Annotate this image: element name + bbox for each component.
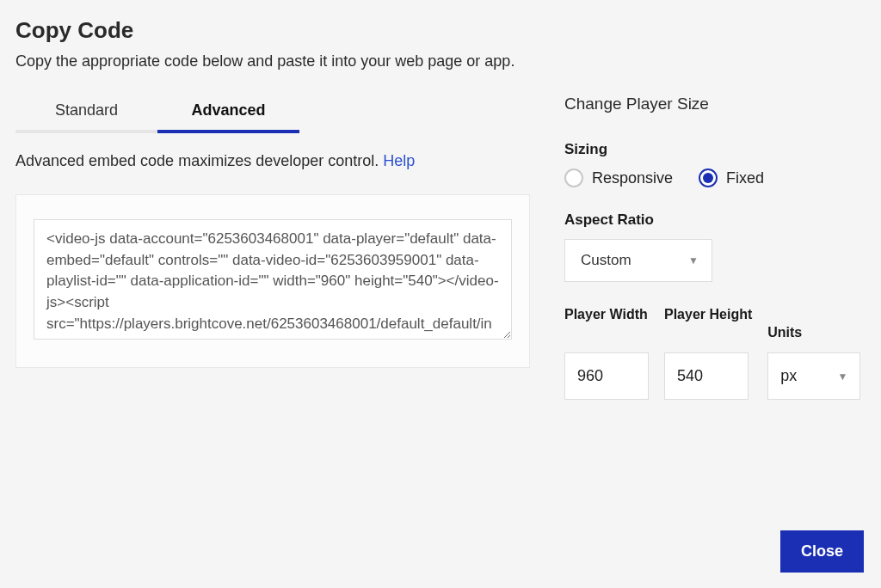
embed-code-textarea[interactable] — [34, 219, 512, 340]
radio-responsive-label: Responsive — [592, 169, 673, 187]
radio-dot-icon — [703, 173, 713, 183]
units-select[interactable]: px ▼ — [767, 352, 860, 400]
left-column: Standard Advanced Advanced embed code ma… — [15, 95, 530, 400]
radio-icon-checked — [699, 168, 718, 187]
radio-fixed-label: Fixed — [726, 169, 764, 187]
dimensions-row: Player Width Player Height Units px ▼ — [564, 306, 866, 400]
dialog-footer: Close — [780, 530, 864, 573]
dialog-title: Copy Code — [15, 17, 866, 44]
aspect-ratio-select[interactable]: Custom ▼ — [564, 239, 712, 282]
units-value: px — [780, 367, 797, 385]
tab-standard[interactable]: Standard — [15, 95, 157, 133]
description-text: Advanced embed code maximizes developer … — [15, 152, 383, 169]
tab-description: Advanced embed code maximizes developer … — [15, 152, 530, 170]
chevron-down-icon: ▼ — [837, 371, 847, 383]
sizing-label: Sizing — [564, 141, 866, 158]
dialog-subtitle: Copy the appropriate code below and past… — [15, 52, 866, 70]
close-button[interactable]: Close — [780, 530, 864, 573]
player-width-input[interactable] — [564, 352, 649, 400]
section-change-player-size: Change Player Size — [564, 95, 866, 113]
player-height-label: Player Height — [664, 306, 752, 342]
radio-icon-unchecked — [564, 168, 583, 187]
help-link[interactable]: Help — [383, 152, 415, 169]
aspect-ratio-value: Custom — [581, 252, 631, 269]
radio-responsive[interactable]: Responsive — [564, 168, 673, 187]
tab-advanced[interactable]: Advanced — [157, 95, 299, 133]
tabs: Standard Advanced — [15, 95, 530, 133]
sizing-radio-group: Responsive Fixed — [564, 168, 866, 187]
chevron-down-icon: ▼ — [688, 254, 699, 266]
player-height-input[interactable] — [664, 352, 749, 400]
radio-fixed[interactable]: Fixed — [699, 168, 764, 187]
player-width-label: Player Width — [564, 306, 649, 342]
units-label: Units — [767, 306, 860, 342]
code-panel — [15, 194, 530, 368]
aspect-ratio-label: Aspect Ratio — [564, 211, 866, 229]
right-column: Change Player Size Sizing Responsive Fix… — [564, 95, 866, 400]
